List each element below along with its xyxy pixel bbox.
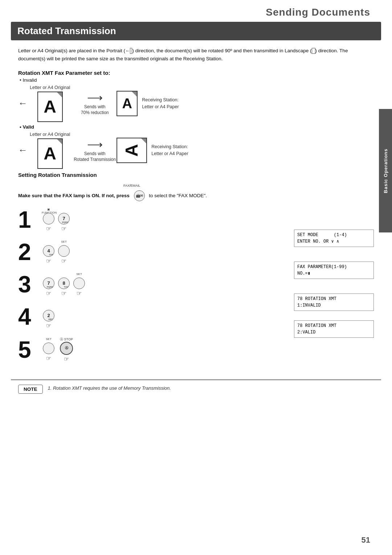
valid-original-doc: A: [37, 138, 63, 169]
setting-title: Setting Rotation Transmission: [18, 172, 374, 178]
lcd-3-line1: 78 ROTATION XMT: [297, 296, 336, 301]
lcd-3-line2: 1:INVALID: [297, 303, 321, 308]
set-key-step3[interactable]: SET ☞: [72, 272, 86, 297]
steps-right: SET MODE (1-4) ENTER NO. OR ∨ ∧ FAX PARA…: [294, 208, 374, 342]
invalid-arrow: ⟶ Sends with70% reduction: [73, 91, 117, 116]
note-text: 1. Rotation XMT requires the use of Memo…: [48, 385, 171, 392]
valid-receiving-label: Receiving Station: Letter or A4 Paper: [151, 143, 202, 157]
step-1-buttons: ▣ FUNCTION ☞ 7PQRS ☞: [42, 208, 71, 232]
lcd-2-line1: FAX PARAMETER(1-99): [297, 264, 347, 270]
step-3-buttons: 7PQRS ☞ 8TUV ☞ SET ☞: [42, 272, 86, 297]
step-5-number: 5: [18, 338, 38, 361]
7pqrs-key-step1[interactable]: 7PQRS ☞: [57, 208, 71, 232]
valid-original-label: Letter or A4 Original: [30, 132, 70, 137]
invalid-diagram: ← Letter or A4 Original A ⟶ Sends with70…: [18, 85, 374, 122]
page-title: Sending Documents: [266, 7, 370, 18]
sends-with-rotated: Sends withRotated Transmission: [74, 151, 116, 162]
lcd-1-line1: SET MODE (1-4): [297, 232, 347, 238]
lcd-1-line2: ENTER NO. OR ∨ ∧: [297, 239, 339, 244]
invalid-original-doc: A: [37, 92, 63, 122]
valid-arrow: ⟶ Sends withRotated Transmission: [73, 138, 117, 162]
2abc-key[interactable]: 2ABC ☞: [42, 305, 56, 329]
bottom-divider: [11, 379, 381, 380]
rotation-xmt-title: Rotation XMT Fax Parameter set to:: [18, 70, 374, 76]
lcd-display-4: 78 ROTATION XMT 2:VALID: [294, 320, 374, 338]
valid-label: • Valid: [20, 124, 374, 130]
lcd-display-2: FAX PARAMETER(1-99) NO.=▮: [294, 262, 374, 279]
step-4-buttons: 2ABC ☞: [42, 305, 56, 329]
step-1-number: 1: [18, 208, 38, 231]
step-4: 4 2ABC ☞: [18, 305, 279, 329]
4ghi-key[interactable]: 4GHI ☞: [42, 240, 56, 264]
lcd-2-line2: NO.=▮: [297, 271, 310, 276]
intro-text: Letter or A4 Original(s) are placed in t…: [18, 47, 374, 63]
section-title-bar: Rotated Transmission: [11, 22, 381, 40]
step-3-number: 3: [18, 273, 38, 296]
valid-diagram: ← Letter or A4 Original A ⟶ Sends withRo…: [18, 132, 374, 169]
set-key-step5[interactable]: SET ☞: [42, 337, 56, 362]
7pqrs-key-step3[interactable]: 7PQRS ☞: [42, 272, 56, 297]
page-header: Sending Documents: [0, 0, 392, 22]
stop-key[interactable]: Ⓐ STOP Ⓐ ☞: [60, 337, 73, 362]
step-2: 2 4GHI ☞ SET ☞: [18, 240, 279, 264]
lcd-4-line2: 2:VALID: [297, 330, 315, 335]
step-2-buttons: 4GHI ☞ SET ☞: [42, 240, 71, 264]
valid-receiving-doc: A: [117, 138, 147, 163]
fax-email-label: FAX/EMAIL: [123, 184, 140, 187]
lcd-display-3: 78 ROTATION XMT 1:INVALID: [294, 293, 374, 311]
invalid-original-label: Letter or A4 Original: [30, 85, 70, 90]
lcd-4-line1: 78 ROTATION XMT: [297, 323, 336, 328]
invalid-receiving-label: Receiving Station: Letter or A4 Paper: [142, 97, 193, 110]
invalid-receiving-doc: A: [117, 91, 138, 116]
step-4-number: 4: [18, 305, 38, 328]
steps-left: 1 ▣ FUNCTION ☞ 7PQRS: [18, 208, 279, 370]
step-5-buttons: SET ☞ Ⓐ STOP Ⓐ ☞: [42, 337, 73, 362]
sends-with-70: Sends with70% reduction: [81, 104, 109, 116]
note-area: NOTE 1. Rotation XMT requires the use of…: [0, 385, 392, 394]
step-3: 3 7PQRS ☞ 8TUV ☞: [18, 272, 279, 297]
step-2-number: 2: [18, 240, 38, 264]
step-1: 1 ▣ FUNCTION ☞ 7PQRS: [18, 208, 279, 232]
steps-area: 1 ▣ FUNCTION ☞ 7PQRS: [18, 208, 374, 370]
step-5: 5 SET ☞ Ⓐ STOP Ⓐ ☞: [18, 337, 279, 362]
fax-lamp-instruction: Make sure that the FAX lamp is ON. If no…: [18, 190, 374, 201]
page-number: 51: [362, 535, 370, 545]
note-box: NOTE: [18, 385, 43, 394]
section-title: Rotated Transmission: [17, 25, 375, 37]
function-key[interactable]: ▣ FUNCTION ☞: [42, 208, 56, 232]
invalid-label: • Invalid: [20, 77, 374, 83]
lcd-display-1: SET MODE (1-4) ENTER NO. OR ∨ ∧: [294, 230, 374, 247]
8tuv-key[interactable]: 8TUV ☞: [57, 272, 71, 297]
right-tab-label: Basic Operations: [383, 149, 388, 193]
right-tab: Basic Operations: [379, 109, 392, 232]
fax-email-button-icon[interactable]: 📠✉: [134, 190, 145, 201]
set-key-step2[interactable]: SET ☞: [57, 240, 71, 264]
